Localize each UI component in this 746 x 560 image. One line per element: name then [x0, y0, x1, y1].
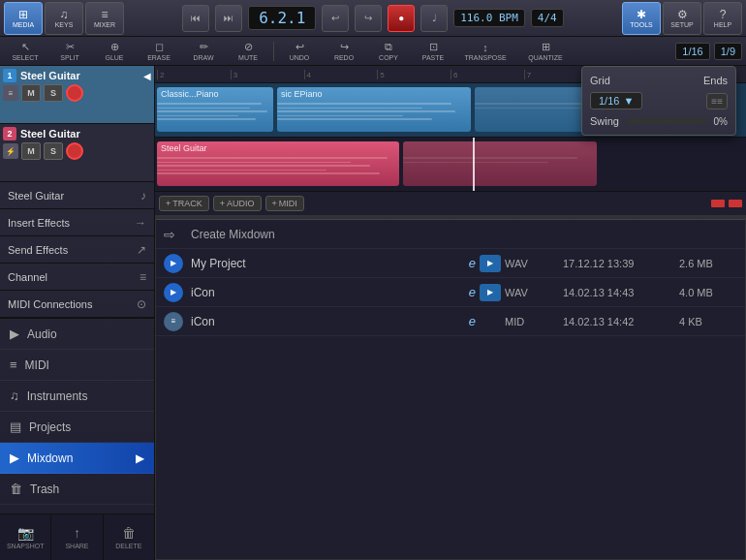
add-audio-button[interactable]: + AUDIO	[213, 196, 262, 211]
instrument-icon: ♪	[140, 189, 146, 202]
copy-tool[interactable]: ⧉ COPY	[367, 39, 410, 64]
quantize-icon: ⊞	[542, 41, 550, 53]
ruler-mark-5: 6	[451, 70, 524, 79]
delete-icon: 🗑	[122, 525, 136, 541]
track2-lane[interactable]: Steel Guitar	[155, 138, 746, 192]
undo-icon: ↩	[295, 41, 304, 53]
channel-item-insert[interactable]: Insert Effects →	[0, 209, 154, 236]
second-toolbar: ↖ SELECT ✂ SPLIT ⊕ GLUE ◻ ERASE ✏ DRAW ⊘…	[0, 37, 746, 66]
grid-value-selector[interactable]: 1/16 ▼	[590, 92, 642, 109]
rewind-button[interactable]: ⏮	[182, 5, 209, 32]
play-btn-my-project[interactable]: ▶	[164, 254, 183, 273]
toolbar-btn-keys[interactable]: ♫ KEYS	[45, 2, 83, 35]
grid-ends-button[interactable]: ≡≡	[706, 93, 728, 109]
sidebar-item-midi[interactable]: ≡ MIDI	[0, 350, 154, 381]
sidebar-item-mixdown[interactable]: ▶ Mixdown ▶	[0, 443, 154, 474]
file-row-icon-mid[interactable]: ≡ iCon e MID 14.02.13 14:42 4 KB	[156, 307, 745, 336]
track2-mute-btn[interactable]: M	[21, 142, 41, 160]
time-sig-display[interactable]: 4/4	[531, 9, 564, 27]
media-btn-icon-wav[interactable]: ▶	[480, 284, 501, 301]
channel-item-send[interactable]: Send Effects ↗	[0, 236, 154, 264]
main-area: 1 Steel Guitar ◀ ≡ M S 2 Steel Guitar	[0, 66, 746, 560]
forward-button[interactable]: ⏭	[215, 5, 242, 32]
share-button[interactable]: ↑ SHARE	[51, 514, 103, 560]
e-icon-icon-wav: e	[469, 285, 476, 299]
toolbar-btn-help[interactable]: ? HELP	[703, 2, 742, 35]
play-btn-icon-mid[interactable]: ≡	[164, 312, 183, 331]
redo-icon: ↪	[340, 41, 349, 53]
track2-block1[interactable]: Steel Guitar	[157, 141, 399, 186]
track1-block1[interactable]: Classic...Piano	[157, 87, 273, 132]
draw-tool[interactable]: ✏ DRAW	[182, 39, 225, 64]
add-track-bar: + TRACK + AUDIO + MIDI	[155, 192, 746, 217]
select-icon: ↖	[21, 41, 30, 53]
channel-item-midi[interactable]: MIDI Connections ⊙	[0, 291, 154, 318]
track2-name: Steel Guitar	[20, 128, 151, 140]
erase-tool[interactable]: ◻ ERASE	[138, 39, 180, 64]
loop-marker-end	[729, 200, 742, 207]
toolbar-btn-tools[interactable]: ✱ TOOLS	[622, 2, 661, 35]
track1-mute-btn[interactable]: M	[21, 84, 41, 102]
track1-block2[interactable]: sic EPiano	[277, 87, 471, 132]
e-icon-my-project: e	[469, 256, 476, 270]
help-icon: ?	[720, 9, 727, 20]
track1-icon1[interactable]: ≡	[3, 85, 18, 101]
quantize-small-display[interactable]: 1/9	[714, 43, 742, 60]
file-browser: Category ▲ File name Type Date modified …	[155, 192, 746, 560]
copy-icon: ⧉	[385, 41, 392, 53]
toolbar-btn-mixer[interactable]: ≡ MIXER	[85, 2, 124, 35]
quantize-display[interactable]: 1/16	[675, 43, 709, 60]
bpm-display[interactable]: 116.0 BPM	[453, 9, 525, 27]
track2-icon1[interactable]: ⚡	[3, 143, 18, 159]
select-tool[interactable]: ↖ SELECT	[4, 39, 47, 64]
track2-block1-wave	[157, 155, 399, 186]
redo-button[interactable]: ↪	[355, 5, 382, 32]
add-midi-button[interactable]: + MIDI	[265, 196, 304, 211]
snapshot-button[interactable]: 📷 SNAPSHOT	[0, 514, 51, 560]
file-row-my-project[interactable]: ▶ My Project e ▶ WAV 17.12.12 13:39 2.6 …	[156, 249, 745, 278]
sidebar-item-projects[interactable]: ▤ Projects	[0, 412, 154, 443]
glue-tool[interactable]: ⊕ GLUE	[93, 39, 136, 64]
toolbar-btn-setup[interactable]: ⚙ SETUP	[663, 2, 701, 35]
transpose-tool[interactable]: ↕ TRANSPOSE	[456, 39, 514, 64]
add-track-button[interactable]: + TRACK	[159, 196, 209, 211]
plus-midi-icon: +	[272, 199, 277, 208]
sidebar-item-instruments[interactable]: ♫ Instruments	[0, 381, 154, 412]
track1-record-btn[interactable]	[66, 84, 83, 102]
track1-arrow[interactable]: ◀	[143, 71, 151, 81]
playhead	[473, 138, 475, 191]
file-row-create-mixdown[interactable]: ⇨ Create Mixdown	[156, 220, 745, 249]
play-btn-icon-wav[interactable]: ▶	[164, 283, 183, 302]
grid-popup-row2: 1/16 ▼ ≡≡	[590, 92, 728, 109]
sidebar-item-trash[interactable]: 🗑 Trash	[0, 474, 154, 505]
track2-record-btn[interactable]	[66, 142, 83, 160]
sidebar-item-audio[interactable]: ▶ Audio	[0, 319, 154, 350]
track2-solo-btn[interactable]: S	[44, 142, 63, 160]
separator1	[273, 42, 274, 61]
plus-track-icon: +	[166, 199, 171, 208]
redo-tool[interactable]: ↪ REDO	[323, 39, 365, 64]
toolbar-btn-media[interactable]: ⊞ MEDIA	[4, 2, 43, 35]
record-button[interactable]: ●	[388, 5, 415, 32]
position-display[interactable]: 6.2.1	[248, 6, 316, 30]
media-btn-my-project[interactable]: ▶	[480, 255, 501, 272]
track1-num: 1	[3, 69, 16, 82]
undo-tool[interactable]: ↩ UNDO	[278, 39, 321, 64]
ruler-mark-2: 3	[231, 70, 304, 79]
channel-item-channel[interactable]: Channel ≡	[0, 264, 154, 291]
paste-tool[interactable]: ⊡ PASTE	[412, 39, 454, 64]
file-row-icon-wav[interactable]: ▶ iCon e ▶ WAV 14.02.13 14:43 4.0 MB	[156, 278, 745, 307]
channel-item-instrument[interactable]: Steel Guitar ♪	[0, 182, 154, 209]
setup-icon: ⚙	[677, 9, 688, 20]
loop-marker-start	[711, 200, 725, 207]
delete-button[interactable]: 🗑 DELETE	[104, 514, 154, 560]
quantize-tool[interactable]: ⊞ QUANTIZE	[516, 39, 575, 64]
track2-block2[interactable]	[403, 141, 597, 186]
undo-button[interactable]: ↩	[322, 5, 349, 32]
swing-bar[interactable]	[627, 118, 706, 124]
track1-solo-btn[interactable]: S	[44, 84, 63, 102]
metronome-button[interactable]: ♩	[420, 5, 448, 32]
mute-tool[interactable]: ⊘ MUTE	[227, 39, 269, 64]
split-tool[interactable]: ✂ SPLIT	[48, 39, 91, 64]
transpose-icon: ↕	[482, 42, 488, 53]
